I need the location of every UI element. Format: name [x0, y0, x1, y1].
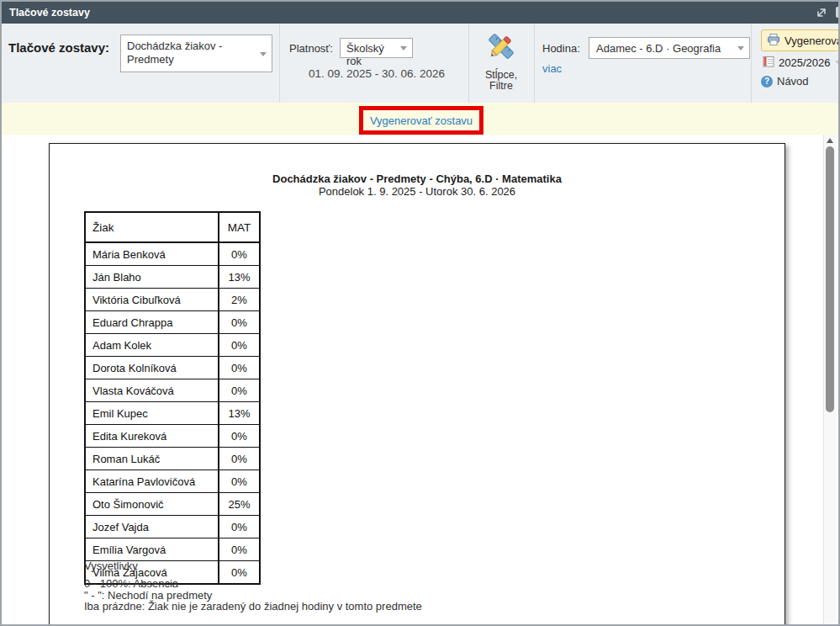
- lesson-label: Hodina:: [542, 42, 580, 55]
- partial-menu-icon[interactable]: [836, 7, 840, 18]
- more-link[interactable]: viac: [542, 62, 562, 75]
- student-name-cell: Emília Vargová: [85, 538, 219, 561]
- student-name-cell: Katarína Pavlovičová: [85, 470, 219, 493]
- attendance-value-cell: 0%: [219, 516, 260, 538]
- student-name-cell: Viktória Cibuľková: [85, 289, 219, 311]
- validity-select[interactable]: Školský rok: [340, 38, 413, 58]
- scroll-up-arrow-icon[interactable]: [824, 136, 837, 145]
- print-reports-window: Tlačové zostavy Tlačové zostavy: Dochádz…: [0, 0, 840, 626]
- chevron-down-icon: [737, 46, 744, 50]
- printer-icon: [767, 33, 780, 49]
- student-name-cell: Ján Blaho: [85, 266, 219, 289]
- table-header-row: Žiak MAT: [85, 212, 260, 242]
- attendance-value-cell: 0%: [219, 311, 260, 334]
- help-icon: ?: [761, 76, 773, 88]
- student-name-cell: Emil Kupec: [85, 402, 219, 425]
- student-name-cell: Eduard Chrappa: [85, 311, 219, 334]
- table-row: Mária Benková0%: [85, 242, 260, 266]
- legend-lines: 0 - 100%: Absencia" - ": Nechodí na pred…: [84, 578, 422, 613]
- report-page: Dochádzka žiakov - Predmety - Chýba, 6.D…: [49, 143, 785, 626]
- table-row: Ján Blaho13%: [85, 266, 260, 289]
- table-row: Roman Lukáč0%: [85, 448, 260, 470]
- calendar-icon: [763, 56, 774, 70]
- table-row: Vlasta Kováčová0%: [85, 379, 260, 402]
- annotation-highlight-box: Vygenerovať zostavu: [359, 106, 483, 135]
- scrollbar-thumb[interactable]: [826, 146, 834, 412]
- table-row: Jozef Vajda0%: [85, 516, 260, 538]
- attendance-value-cell: 0%: [219, 242, 260, 266]
- toolbar-separator: [279, 24, 280, 103]
- table-row: Viktória Cibuľková2%: [85, 289, 260, 311]
- chevron-down-icon: [260, 52, 267, 56]
- student-name-cell: Vlasta Kováčová: [85, 379, 219, 402]
- attendance-table: Žiak MAT Mária Benková0%Ján Blaho13%Vikt…: [84, 211, 261, 585]
- column-header-student: Žiak: [85, 212, 219, 242]
- attendance-value-cell: 0%: [219, 379, 260, 402]
- help-link[interactable]: ? Návod: [761, 75, 809, 88]
- columns-filters-button[interactable]: Stĺpce, Filtre: [469, 30, 533, 92]
- action-bar: Vygenerovať zostavu: [2, 103, 838, 135]
- attendance-value-cell: 25%: [219, 493, 260, 516]
- attendance-value-cell: 0%: [219, 470, 260, 493]
- table-row: Adam Kolek0%: [85, 334, 260, 357]
- legend-line: Iba prázdne: Žiak nie je zaradený do žia…: [84, 601, 422, 613]
- attendance-value-cell: 13%: [219, 402, 260, 425]
- report-subtitle: Pondelok 1. 9. 2025 - Utorok 30. 6. 2026: [50, 185, 785, 198]
- toolbar-separator: [534, 24, 535, 103]
- student-name-cell: Dorota Kolníková: [85, 357, 219, 379]
- attendance-value-cell: 2%: [219, 289, 260, 311]
- table-row: Eduard Chrappa0%: [85, 311, 260, 334]
- attendance-value-cell: 0%: [219, 357, 260, 379]
- toolbar-separator: [751, 24, 752, 103]
- attendance-table-body: Mária Benková0%Ján Blaho13%Viktória Cibu…: [85, 242, 260, 584]
- window-titlebar: Tlačové zostavy: [2, 2, 838, 24]
- report-type-value-line2: Predmety: [127, 53, 253, 66]
- chevron-down-icon: [400, 46, 407, 50]
- validity-value: Školský rok: [346, 42, 384, 67]
- expand-icon[interactable]: [816, 7, 827, 19]
- generate-button-label: Vygenerovať: [785, 34, 840, 47]
- chevron-down-icon: [835, 61, 840, 66]
- report-type-select[interactable]: Dochádzka žiakov - Predmety: [120, 34, 272, 72]
- student-name-cell: Jozef Vajda: [85, 516, 219, 538]
- table-row: Oto Šimonovič25%: [85, 493, 260, 516]
- report-type-value-line1: Dochádzka žiakov -: [127, 40, 253, 53]
- window-title: Tlačové zostavy: [9, 2, 90, 24]
- table-row: Dorota Kolníková0%: [85, 357, 260, 379]
- columns-filters-label-line2: Filtre: [469, 81, 533, 92]
- ruler-pencil-icon: [485, 50, 517, 65]
- lesson-select[interactable]: Adamec - 6.D · Geografia: [589, 37, 750, 59]
- attendance-value-cell: 13%: [219, 266, 260, 289]
- student-name-cell: Roman Lukáč: [85, 448, 219, 470]
- validity-label: Platnosť:: [289, 42, 333, 55]
- attendance-value-cell: 0%: [219, 538, 260, 561]
- table-row: Emília Vargová0%: [85, 538, 260, 561]
- table-row: Edita Kureková0%: [85, 425, 260, 448]
- date-range-text: 01. 09. 2025 - 30. 06. 2026: [309, 67, 445, 80]
- vertical-scrollbar[interactable]: [823, 135, 837, 624]
- school-year-value: 2025/2026: [779, 56, 830, 69]
- report-title: Dochádzka žiakov - Predmety - Chýba, 6.D…: [50, 172, 785, 185]
- report-picker-label: Tlačové zostavy:: [8, 40, 109, 55]
- attendance-value-cell: 0%: [219, 334, 260, 357]
- toolbar: Tlačové zostavy: Dochádzka žiakov - Pred…: [2, 24, 838, 103]
- student-name-cell: Mária Benková: [85, 242, 219, 266]
- student-name-cell: Oto Šimonovič: [85, 493, 219, 516]
- student-name-cell: Adam Kolek: [85, 334, 219, 357]
- student-name-cell: Edita Kureková: [85, 425, 219, 448]
- attendance-value-cell: 0%: [219, 448, 260, 470]
- lesson-value: Adamec - 6.D · Geografia: [596, 42, 721, 55]
- legend-line: 0 - 100%: Absencia: [84, 578, 422, 590]
- report-content-area: Dochádzka žiakov - Predmety - Chýba, 6.D…: [2, 135, 838, 624]
- legend-line: " - ": Nechodí na predmety: [84, 590, 422, 602]
- attendance-value-cell: 0%: [219, 425, 260, 448]
- help-label: Návod: [777, 75, 809, 88]
- column-header-subject: MAT: [219, 212, 260, 242]
- table-row: Emil Kupec13%: [85, 402, 260, 425]
- generate-button[interactable]: Vygenerovať: [761, 29, 840, 51]
- generate-report-link[interactable]: Vygenerovať zostavu: [370, 114, 473, 127]
- legend-title: Vysvetlivky: [84, 560, 138, 572]
- table-row: Katarína Pavlovičová0%: [85, 470, 260, 493]
- school-year-select[interactable]: 2025/2026: [763, 56, 830, 70]
